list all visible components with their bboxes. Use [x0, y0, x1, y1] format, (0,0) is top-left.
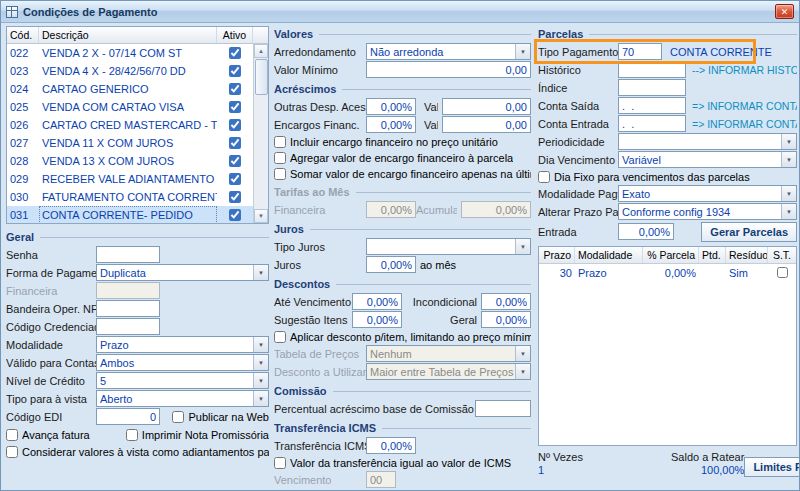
table-row[interactable]: 024CARTAO GENERICO [7, 80, 253, 98]
table-row[interactable]: 025VENDA COM CARTAO VISA [7, 98, 253, 116]
dia-fixo-checkbox[interactable]: Dia Fixo para vencimentos das parcelas [538, 169, 797, 184]
senha-input[interactable] [96, 246, 160, 263]
modalidade-select[interactable]: Prazo ▼ [96, 336, 269, 353]
conta-entrada-input[interactable] [618, 115, 686, 132]
ativo-checkbox[interactable] [229, 119, 241, 131]
historico-input[interactable] [618, 61, 686, 78]
ativo-checkbox[interactable] [229, 209, 241, 221]
outras-valor-input[interactable] [442, 98, 531, 115]
publicar-web-checkbox-input[interactable] [172, 411, 184, 423]
outras-despesas-pct-input[interactable] [366, 98, 416, 115]
header-cod[interactable]: Cód. [7, 27, 39, 43]
table-row[interactable]: 028VENDA 13 X COM JUROS [7, 152, 253, 170]
chevron-down-icon[interactable]: ▼ [253, 337, 268, 352]
tipo-vista-select[interactable]: Aberto ▼ [96, 390, 269, 407]
chevron-down-icon[interactable]: ▼ [515, 44, 530, 59]
somar-encargo-checkbox-input[interactable] [274, 168, 286, 180]
transferencia-icms-input[interactable] [366, 437, 416, 454]
grid-header-prazo[interactable]: Prazo [539, 247, 575, 263]
grid-header-modalidade[interactable]: Modalidade [575, 247, 643, 263]
conta-saida-input[interactable] [618, 97, 686, 114]
ate-vencimento-input[interactable] [352, 293, 402, 310]
ativo-checkbox[interactable] [229, 65, 241, 77]
scroll-up-icon[interactable]: ▲ [254, 44, 268, 58]
arredondamento-select[interactable]: Não arredonda ▼ [366, 43, 531, 60]
ativo-checkbox[interactable] [229, 155, 241, 167]
chevron-down-icon[interactable]: ▼ [781, 134, 796, 149]
grid-header-pct-parcela[interactable]: % Parcela [643, 247, 699, 263]
header-descricao[interactable]: Descrição [39, 27, 217, 43]
chevron-down-icon[interactable]: ▼ [253, 355, 268, 370]
ativo-checkbox[interactable] [229, 173, 241, 185]
chevron-down-icon[interactable]: ▼ [781, 152, 796, 167]
table-row[interactable]: 027VENDA 11 X COM JUROS [7, 134, 253, 152]
table-scrollbar[interactable]: ▲ ▼ [253, 44, 268, 223]
valor-transferencia-checkbox[interactable]: Valor da transferência igual ao valor de… [274, 455, 531, 470]
codigo-edi-input[interactable] [96, 408, 160, 425]
table-row[interactable]: 029RECEBER VALE ADIANTAMENTO [7, 170, 253, 188]
scroll-thumb[interactable] [255, 59, 268, 95]
chevron-down-icon[interactable]: ▼ [253, 373, 268, 388]
grid-header-st[interactable]: S.T. [768, 247, 796, 263]
aplicar-desconto-checkbox-input[interactable] [274, 331, 286, 343]
sugestao-itens-input[interactable] [352, 311, 402, 328]
indice-input[interactable] [618, 79, 686, 96]
desconto-geral-input[interactable] [481, 311, 531, 328]
ativo-checkbox[interactable] [229, 101, 241, 113]
table-row[interactable]: 031CONTA CORRENTE- PEDIDO [7, 206, 253, 223]
close-button[interactable]: ✕ [775, 4, 794, 19]
chevron-down-icon[interactable]: ▼ [253, 391, 268, 406]
incluir-encargo-checkbox-input[interactable] [274, 136, 286, 148]
parcela-row[interactable]: 30Prazo0,00%Sim [539, 264, 796, 281]
chevron-down-icon[interactable]: ▼ [253, 265, 268, 280]
chevron-down-icon[interactable]: ▼ [515, 239, 530, 254]
percentual-comissao-input[interactable] [475, 400, 531, 417]
aplicar-desconto-checkbox[interactable]: Aplicar desconto p/item, limitando ao pr… [274, 329, 531, 344]
encargos-valor-input[interactable] [442, 116, 531, 133]
dia-vencimento-select[interactable]: Variável ▼ [618, 151, 797, 168]
ativo-checkbox[interactable] [229, 137, 241, 149]
valido-contas-select[interactable]: Ambos ▼ [96, 354, 269, 371]
periodicidade-select[interactable]: ▼ [618, 133, 797, 150]
agregar-encargo-checkbox-input[interactable] [274, 152, 286, 164]
table-row[interactable]: 023VENDA 4 X - 28/42/56/70 DD [7, 62, 253, 80]
incluir-encargo-checkbox[interactable]: Incluir encargo financeiro no preço unit… [274, 134, 531, 149]
ativo-checkbox[interactable] [229, 191, 241, 203]
gerar-parcelas-button[interactable]: Gerar Parcelas [701, 222, 797, 242]
tipo-pagamento-input[interactable] [618, 43, 662, 60]
avanca-fatura-checkbox[interactable]: Avança fatura [6, 427, 90, 442]
incondicional-input[interactable] [481, 293, 531, 310]
ativo-checkbox[interactable] [229, 47, 241, 59]
ativo-checkbox[interactable] [229, 83, 241, 95]
limites-pagamentos-button[interactable]: Limites Pagamentos [744, 457, 800, 477]
header-ativo[interactable]: Ativo [217, 27, 253, 43]
modalidade-pagto-select[interactable]: Exato ▼ [618, 185, 797, 202]
considerar-vista-checkbox-input[interactable] [6, 446, 18, 458]
dia-fixo-checkbox-input[interactable] [538, 171, 550, 183]
somar-encargo-checkbox[interactable]: Somar valor de encargo financeiro apenas… [274, 166, 531, 181]
agregar-encargo-checkbox[interactable]: Agregar valor de encargo financeiro à pa… [274, 150, 531, 165]
publicar-web-checkbox[interactable]: Publicar na Web [172, 409, 269, 424]
imprimir-promissoria-checkbox-input[interactable] [126, 429, 138, 441]
juros-input[interactable] [366, 256, 416, 273]
table-row[interactable]: 026CARTAO CRED MASTERCARD - TEF [7, 116, 253, 134]
alterar-prazo-select[interactable]: Conforme config 1934 ▼ [618, 203, 797, 220]
nivel-credito-select[interactable]: 5 ▼ [96, 372, 269, 389]
avanca-fatura-checkbox-input[interactable] [6, 429, 18, 441]
grid-header-residuo[interactable]: Resíduo [726, 247, 768, 263]
entrada-input[interactable] [618, 223, 674, 240]
grid-header-ptd[interactable]: Ptd. [699, 247, 726, 263]
table-row[interactable]: 030FATURAMENTO CONTA CORRENTE [7, 188, 253, 206]
forma-pagamento-select[interactable]: Duplicata ▼ [96, 264, 269, 281]
considerar-vista-checkbox[interactable]: Considerar valores à vista como adiantam… [6, 444, 269, 459]
chevron-down-icon[interactable]: ▼ [781, 204, 796, 219]
tipo-juros-select[interactable]: ▼ [366, 238, 531, 255]
encargos-pct-input[interactable] [366, 116, 416, 133]
credenciadora-input[interactable] [96, 318, 160, 335]
scroll-down-icon[interactable]: ▼ [254, 209, 268, 223]
imprimir-promissoria-checkbox[interactable]: Imprimir Nota Promissória [126, 427, 269, 442]
valor-transferencia-checkbox-input[interactable] [274, 457, 286, 469]
bandeira-input[interactable] [96, 300, 160, 317]
valor-minimo-input[interactable] [366, 61, 531, 78]
chevron-down-icon[interactable]: ▼ [781, 186, 796, 201]
